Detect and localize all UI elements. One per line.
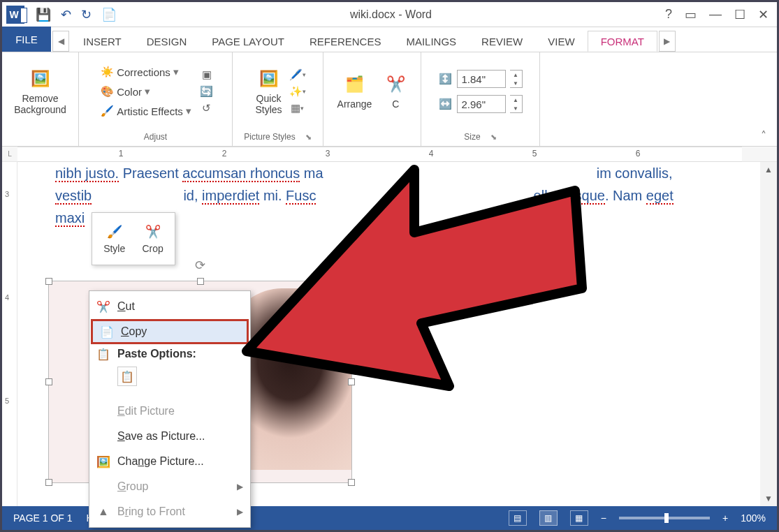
document-title: wiki.docx - Word <box>117 8 665 21</box>
resize-handle[interactable] <box>45 278 52 285</box>
quick-access-toolbar: 💾 ↶ ↻ 📄 <box>36 7 117 22</box>
tab-format[interactable]: FORMAT <box>588 31 657 52</box>
styles-dialog-launcher[interactable]: ⬊ <box>305 133 312 142</box>
ruler-mark: 4 <box>429 149 434 158</box>
zoom-slider[interactable] <box>619 517 710 519</box>
ribbon-tabs: FILE ◀ INSERT DESIGN PAGE LAYOUT REFEREN… <box>2 27 777 52</box>
touch-mode-icon[interactable]: 📄 <box>101 7 117 22</box>
width-input[interactable]: 2.96" <box>457 95 506 113</box>
resize-handle[interactable] <box>348 278 355 285</box>
tab-design[interactable]: DESIGN <box>134 31 200 52</box>
context-paste-options: 📋 <box>89 364 250 399</box>
corrections-icon: ☀️ <box>100 65 114 79</box>
save-icon[interactable]: 💾 <box>36 7 51 22</box>
vruler-mark: 4 <box>5 293 9 302</box>
corrections-button[interactable]: ☀️Corrections ▾ <box>97 64 194 80</box>
change-picture-icon[interactable]: 🔄 <box>200 84 214 98</box>
artistic-effects-button[interactable]: 🖌️Artistic Effects ▾ <box>97 103 194 119</box>
reset-picture-icon[interactable]: ↺ <box>200 101 214 115</box>
resize-handle[interactable] <box>45 378 52 385</box>
horizontal-ruler[interactable]: L 1 2 3 4 5 6 <box>2 147 777 162</box>
arrange-icon: 🗂️ <box>344 73 366 96</box>
tab-scroll-right[interactable]: ▶ <box>659 31 676 52</box>
ruler-mark: 5 <box>532 149 537 158</box>
height-icon: ↕️ <box>439 72 453 86</box>
tab-scroll-left[interactable]: ◀ <box>52 31 69 52</box>
ruler-mark: 1 <box>119 149 124 158</box>
zoom-in-icon[interactable]: + <box>722 512 728 524</box>
help-icon[interactable]: ? <box>665 7 672 22</box>
tab-insert[interactable]: INSERT <box>71 31 134 52</box>
context-copy[interactable]: 📄CopyCopy <box>91 319 249 344</box>
maximize-icon[interactable]: ☐ <box>734 7 745 22</box>
read-mode-icon[interactable]: ▤ <box>509 510 527 526</box>
tab-file[interactable]: FILE <box>2 27 51 52</box>
change-icon: 🖼️ <box>96 455 110 468</box>
group-adjust-label: Adjust <box>144 132 167 142</box>
size-dialog-launcher[interactable]: ⬊ <box>490 133 497 142</box>
ribbon-display-icon[interactable]: ▭ <box>685 7 697 22</box>
context-menu: ✂️CuCutt 📄CopyCopy 📋Paste Options: 📋 Edi… <box>89 290 251 528</box>
context-save-as-picture[interactable]: Save as Picture...Save as Picture... <box>89 424 250 449</box>
resize-handle[interactable] <box>45 479 52 486</box>
height-spinner[interactable]: ▲▼ <box>510 70 523 88</box>
context-change-picture[interactable]: 🖼️Change Picture...Change Picture... <box>89 449 250 474</box>
remove-bg-icon: 🖼️ <box>29 68 52 90</box>
tab-mailings[interactable]: MAILINGS <box>393 31 469 52</box>
group-size-label: Size <box>464 132 480 142</box>
vruler-mark: 5 <box>5 397 9 405</box>
submenu-arrow-icon: ▶ <box>237 482 243 492</box>
tab-references[interactable]: REFERENCES <box>297 31 394 52</box>
vertical-ruler[interactable]: 3 4 5 <box>2 162 17 506</box>
page-count[interactable]: PAGE 1 OF 1 <box>13 512 73 524</box>
web-layout-icon[interactable]: ▦ <box>570 510 588 526</box>
paste-keep-source-icon[interactable]: 📋 <box>117 367 137 386</box>
zoom-value[interactable]: 100% <box>741 512 766 524</box>
undo-icon[interactable]: ↶ <box>61 7 71 22</box>
mini-crop-button[interactable]: ✂️ Crop <box>138 221 168 257</box>
ruler-mark: 2 <box>222 149 227 158</box>
remove-background-button[interactable]: 🖼️ Remove Background <box>10 65 71 118</box>
quick-styles-button[interactable]: 🖼️ Quick Styles <box>251 65 286 118</box>
context-cut[interactable]: ✂️CuCutt <box>89 294 250 319</box>
crop-button[interactable]: ✂️ C <box>380 71 411 112</box>
page-canvas[interactable]: nibh justo. Praesent accumsan rhoncus ma… <box>27 162 749 506</box>
crop-mini-icon: ✂️ <box>145 223 161 240</box>
copy-icon: 📄 <box>100 325 114 339</box>
tab-page-layout[interactable]: PAGE LAYOUT <box>199 31 297 52</box>
picture-border-icon[interactable]: 🖊️▾ <box>291 68 305 82</box>
resize-handle[interactable] <box>197 278 204 285</box>
word-app-icon: W <box>6 6 24 24</box>
context-edit-picture: Edit PictureEdit Picture <box>89 399 250 424</box>
resize-handle[interactable] <box>348 479 355 486</box>
print-layout-icon[interactable]: ▥ <box>539 510 558 526</box>
style-icon: 🖌️ <box>106 223 123 240</box>
rotate-handle-icon[interactable]: ⟳ <box>195 258 205 273</box>
compress-icon[interactable]: ▣ <box>200 68 214 82</box>
window-buttons: ? ▭ — ☐ ✕ <box>665 7 769 22</box>
tab-view[interactable]: VIEW <box>535 31 587 52</box>
close-icon[interactable]: ✕ <box>758 7 769 22</box>
scroll-up-icon[interactable]: ▲ <box>764 162 773 177</box>
resize-handle[interactable] <box>348 378 355 385</box>
picture-layout-icon[interactable]: ▦▾ <box>291 101 305 115</box>
collapse-ribbon-icon[interactable]: ˄ <box>753 126 774 145</box>
artistic-icon: 🖌️ <box>100 104 114 118</box>
zoom-out-icon[interactable]: − <box>601 512 606 524</box>
width-spinner[interactable]: ▲▼ <box>510 95 523 113</box>
redo-icon[interactable]: ↻ <box>81 7 92 22</box>
color-button[interactable]: 🎨Color ▾ <box>97 83 194 100</box>
mini-style-button[interactable]: 🖌️ Style <box>99 221 129 257</box>
cut-icon: ✂️ <box>96 300 110 313</box>
picture-effects-icon[interactable]: ✨▾ <box>291 84 305 98</box>
document-area: 3 4 5 nibh justo. Praesent accumsan rhon… <box>2 162 777 506</box>
height-input[interactable]: 1.84" <box>457 70 506 88</box>
tab-review[interactable]: REVIEW <box>469 31 535 52</box>
ruler-mark: 3 <box>326 149 330 158</box>
paste-icon: 📋 <box>96 348 110 361</box>
arrange-button[interactable]: 🗂️ Arrange <box>333 71 377 112</box>
vertical-scrollbar[interactable]: ▲ ▼ <box>760 162 777 506</box>
minimize-icon[interactable]: — <box>709 7 722 22</box>
width-icon: ↔️ <box>439 97 453 111</box>
scroll-down-icon[interactable]: ▼ <box>764 491 773 506</box>
